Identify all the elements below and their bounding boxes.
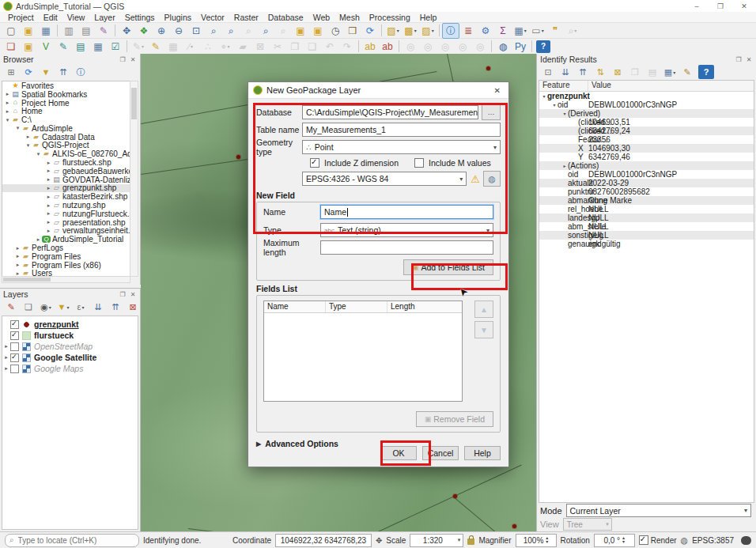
- browser-item[interactable]: ▸ nutzung.shp: [2, 201, 130, 210]
- lock-scale-icon[interactable]: [467, 539, 474, 545]
- float-panel-button[interactable]: ❐: [119, 291, 127, 298]
- move-field-down-button[interactable]: ▼: [474, 321, 493, 338]
- zoom-native-button[interactable]: ⌕: [240, 23, 257, 39]
- expander-icon[interactable]: ▾: [4, 117, 11, 123]
- dialog-title-bar[interactable]: New GeoPackage Layer ✕: [248, 82, 508, 99]
- highlight-labels-button[interactable]: ◎: [419, 39, 437, 55]
- new-print-layout-button[interactable]: ▥: [60, 23, 77, 39]
- dialog-close-icon[interactable]: ✕: [491, 86, 504, 95]
- identify-features-button[interactable]: ⓘ: [442, 23, 459, 39]
- expander-icon[interactable]: ▸: [45, 228, 52, 234]
- expand-new-results-button[interactable]: ⇅: [592, 65, 608, 79]
- browser-item[interactable]: ▸ GOVDATA-Datenlizenz_Deutschland: [2, 176, 130, 184]
- show-layout-manager-button[interactable]: ▤: [77, 23, 95, 39]
- float-panel-button[interactable]: ❐: [119, 56, 127, 63]
- new-project-button[interactable]: ▢: [2, 23, 20, 39]
- add-mesh-layer-button[interactable]: ▤: [72, 39, 89, 55]
- rotation-input[interactable]: 0,0 °: [594, 534, 635, 547]
- browser-item[interactable]: ▸ Program Files (x86): [2, 261, 130, 270]
- identify-row[interactable]: oid DEBWL001000rC3nNGP: [539, 170, 754, 179]
- browser-item[interactable]: ▸ Project Home: [2, 99, 130, 108]
- expand-all-button[interactable]: ⇊: [558, 65, 573, 79]
- menu-item[interactable]: Layer: [89, 13, 119, 22]
- menu-item[interactable]: Help: [415, 13, 442, 22]
- identify-row[interactable]: ▾ oid DEBWL001000rC3nNGP: [539, 100, 754, 109]
- expander-icon[interactable]: ▾: [541, 93, 547, 99]
- browser-item[interactable]: ▸ gebaeudeBauwerke.shp: [2, 167, 130, 176]
- cut-features-button[interactable]: ✂: [269, 39, 286, 55]
- value-column-header[interactable]: Value: [588, 81, 754, 91]
- view-select[interactable]: Tree: [563, 518, 612, 531]
- expander-icon[interactable]: ▾: [14, 125, 21, 131]
- search-button[interactable]: ⌕: [564, 23, 581, 39]
- layer-visibility-checkbox[interactable]: [10, 365, 19, 373]
- close-panel-button[interactable]: ✕: [745, 56, 753, 63]
- fields-list-table[interactable]: Name Type Length: [263, 300, 463, 402]
- crs-globe-icon[interactable]: ◍: [681, 535, 689, 546]
- select-crs-button[interactable]: ◍: [483, 171, 501, 187]
- geometry-type-select[interactable]: ∴ Point: [302, 140, 501, 154]
- ok-button[interactable]: OK: [380, 446, 417, 460]
- spinner-arrows-icon[interactable]: [546, 536, 548, 544]
- identify-row[interactable]: ▾ grenzpunkt: [539, 92, 754, 100]
- table-name-input[interactable]: My_Measurements_1: [302, 123, 501, 137]
- layer-item[interactable]: ▸ OpenStreetMap: [2, 341, 138, 352]
- identify-row[interactable]: aktualit 2022-03-29: [539, 179, 754, 187]
- layer-visibility-checkbox[interactable]: [10, 342, 19, 351]
- collapse-browser-button[interactable]: ⇈: [55, 65, 71, 79]
- zoom-last-button[interactable]: ⌕: [257, 23, 274, 39]
- expander-icon[interactable]: ▾: [25, 142, 32, 149]
- statusbar-crs[interactable]: EPSG:3857: [692, 536, 734, 545]
- identify-row[interactable]: (clicked... 1046903,51: [539, 118, 754, 127]
- add-to-fields-list-button[interactable]: ▣ Add to Fields List: [403, 259, 493, 275]
- toggle-editing-button[interactable]: ✎: [147, 39, 164, 55]
- feature-form-button[interactable]: ▦: [662, 65, 678, 79]
- layer-labeling-button[interactable]: ab: [361, 39, 379, 55]
- help-button[interactable]: Help: [464, 446, 501, 460]
- copy-features-button[interactable]: ❐: [286, 39, 304, 55]
- float-panel-button[interactable]: ❐: [735, 56, 743, 63]
- layer-item[interactable]: flurstueck: [2, 330, 138, 341]
- expander-icon[interactable]: ▸: [4, 100, 11, 106]
- new-shapefile-layer-button[interactable]: V: [37, 39, 55, 55]
- field-name-input[interactable]: Name: [320, 205, 493, 219]
- maximize-button[interactable]: ❐: [709, 0, 732, 12]
- rotate-label-button[interactable]: ◎: [454, 39, 471, 55]
- move-field-up-button[interactable]: ▲: [474, 300, 493, 318]
- expander-icon[interactable]: ▸: [45, 168, 52, 174]
- browser-item[interactable]: ▸ praesentation.shp: [2, 218, 130, 227]
- map-tips-button[interactable]: ❞: [546, 23, 564, 39]
- identify-row[interactable]: sonstigeig NULL: [539, 231, 754, 240]
- refresh-button[interactable]: ⟳: [361, 23, 379, 39]
- include-m-checkbox[interactable]: [414, 158, 424, 168]
- show-bookmarks-button[interactable]: ▣: [309, 23, 327, 39]
- zoom-to-layer-button[interactable]: ⌕: [222, 23, 240, 39]
- identify-row[interactable]: X 1046903,30: [539, 144, 754, 153]
- identify-row[interactable]: punktnr 08276002895682: [539, 187, 754, 196]
- new-virtual-layer-button[interactable]: ☑: [107, 39, 124, 55]
- remove-field-button[interactable]: ▣ Remove Field: [416, 411, 493, 427]
- change-label-button[interactable]: ◎: [471, 39, 489, 55]
- identify-row[interactable]: Y 6342769,46: [539, 153, 754, 161]
- save-edits-button[interactable]: ▦: [164, 39, 182, 55]
- expand-layers-button[interactable]: ⇊: [90, 300, 106, 314]
- browser-item[interactable]: ▾ QGIS-Project: [2, 142, 130, 150]
- mode-select[interactable]: Current Layer: [566, 504, 751, 517]
- menu-item[interactable]: Project: [3, 13, 39, 22]
- identify-row[interactable]: (clicked... 6342769,24: [539, 127, 754, 135]
- browser-item[interactable]: ▸ PerfLogs: [2, 244, 130, 252]
- expander-icon[interactable]: ▸: [45, 176, 52, 183]
- field-type-select[interactable]: abc Text (string): [320, 223, 493, 237]
- include-z-checkbox[interactable]: [310, 158, 319, 168]
- spinner-arrows-icon[interactable]: [622, 536, 625, 544]
- layer-visibility-checkbox[interactable]: [10, 331, 19, 340]
- clear-results-button[interactable]: ⊠: [610, 65, 626, 79]
- browser-item[interactable]: ▸ Cadastral Data: [2, 133, 130, 142]
- expander-icon[interactable]: ▸: [4, 91, 11, 97]
- max-length-input[interactable]: [320, 240, 493, 255]
- expander-icon[interactable]: ▸: [14, 245, 21, 251]
- refresh-browser-button[interactable]: ⟳: [21, 65, 36, 79]
- locate-search-box[interactable]: ⌕: [5, 534, 139, 547]
- expander-icon[interactable]: ▾: [561, 111, 568, 116]
- identify-row[interactable]: landesgp NULL: [539, 214, 754, 222]
